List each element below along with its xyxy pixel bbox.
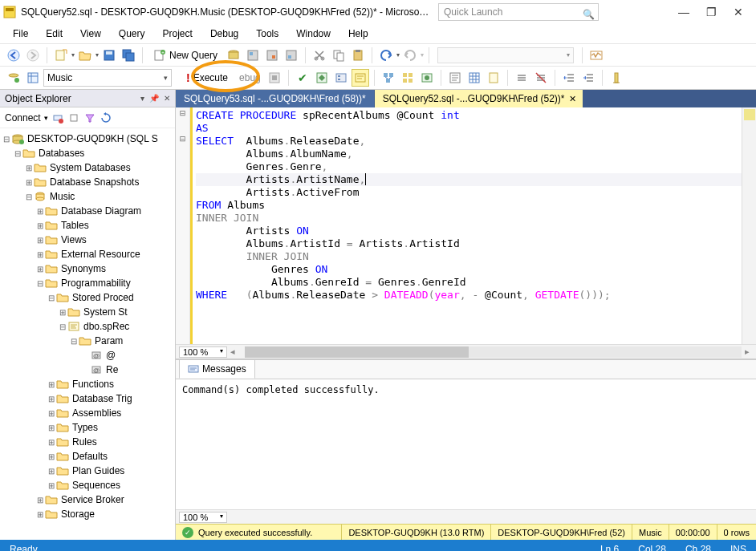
tree-node[interactable]: ⊞Database Diagram — [2, 204, 173, 218]
parse-button[interactable]: ✔ — [294, 69, 311, 87]
tree-expander[interactable]: ⊟ — [69, 337, 79, 346]
new-project-button[interactable] — [52, 47, 70, 64]
tree-node[interactable]: ⊞Database Trig — [2, 391, 173, 406]
menu-item-edit[interactable]: Edit — [38, 25, 71, 43]
tree-expander[interactable]: ⊞ — [47, 452, 56, 461]
results-to-text-icon[interactable] — [446, 69, 464, 87]
tree-node[interactable]: ⊞Functions — [2, 377, 173, 391]
tree-node[interactable]: ⊞Defaults — [2, 449, 173, 464]
tree-node[interactable]: ⊞Rules — [2, 435, 173, 449]
undo-button[interactable] — [377, 47, 395, 64]
intellisense-enabled-icon[interactable] — [352, 69, 369, 87]
activity-monitor-icon[interactable] — [587, 47, 605, 64]
connect-dropdown-icon[interactable]: ▾ — [44, 114, 48, 122]
document-tab[interactable]: SQLQuery53.sql -...GUQD9KH\Fred (58))* — [176, 90, 375, 107]
tree-node[interactable]: @@ — [2, 348, 173, 363]
code-scroll[interactable]: ⊟⊟ CREATE PROCEDURE spRecentAlbums @Coun… — [176, 107, 756, 344]
decrease-indent-icon[interactable] — [560, 69, 578, 87]
vertical-scrollbar[interactable] — [742, 107, 756, 344]
tree-expander[interactable]: ⊞ — [47, 409, 56, 418]
query-options-icon[interactable] — [332, 69, 350, 87]
available-databases-icon[interactable] — [24, 69, 42, 87]
dmx-query-icon[interactable] — [282, 47, 300, 64]
close-panel-icon[interactable]: ✕ — [164, 94, 170, 103]
paste-button[interactable] — [349, 47, 367, 64]
close-button[interactable]: ✕ — [730, 4, 746, 20]
zoom-combo[interactable]: 100 %▾ — [179, 346, 227, 358]
tree-expander[interactable]: ⊞ — [24, 178, 34, 187]
mdx-query-icon[interactable] — [263, 47, 281, 64]
change-connection-icon[interactable] — [5, 69, 22, 87]
tab-close-icon[interactable]: ✕ — [569, 94, 576, 104]
tree-expander[interactable]: ⊞ — [47, 467, 56, 476]
database-engine-query-icon[interactable] — [225, 47, 242, 64]
connect-label[interactable]: Connect — [5, 112, 41, 124]
execute-button[interactable]: ! Execute — [180, 69, 234, 87]
tree-expander[interactable]: ⊞ — [58, 308, 67, 317]
messages-body[interactable]: Command(s) completed successfully. — [176, 379, 756, 509]
tree-expander[interactable]: ⊞ — [47, 395, 56, 403]
back-button[interactable] — [5, 47, 22, 64]
tree-expander[interactable]: ⊟ — [35, 279, 45, 288]
uncomment-icon[interactable] — [532, 69, 550, 87]
redo-button[interactable] — [401, 47, 419, 64]
menu-item-help[interactable]: Help — [340, 25, 376, 43]
horizontal-scrollbar[interactable] — [245, 346, 742, 358]
tree-expander[interactable]: ⊞ — [35, 265, 45, 273]
tree-node[interactable]: ⊞External Resource — [2, 247, 173, 261]
menu-item-query[interactable]: Query — [111, 25, 153, 43]
tree-node[interactable]: ⊞Synonyms — [2, 261, 173, 276]
tree-expander[interactable]: ⊞ — [35, 496, 45, 504]
tree-node[interactable]: ⊟Param — [2, 334, 173, 348]
tree-node[interactable]: @Re — [2, 363, 173, 377]
save-button[interactable] — [100, 47, 118, 64]
analysis-query-icon[interactable] — [244, 47, 262, 64]
results-to-grid-icon[interactable] — [465, 69, 483, 87]
tree-expander[interactable]: ⊞ — [35, 236, 45, 245]
tree-node[interactable]: ⊞Sequences — [2, 478, 173, 492]
tree-expander[interactable]: ⊞ — [47, 423, 56, 432]
tree-expander[interactable]: ⊟ — [58, 322, 67, 331]
tree-node[interactable]: ⊟Programmability — [2, 276, 173, 290]
copy-button[interactable] — [330, 47, 348, 64]
specify-values-icon[interactable] — [608, 69, 625, 87]
restore-button[interactable]: ❐ — [703, 4, 719, 20]
include-client-stats-icon[interactable] — [418, 69, 436, 87]
cancel-query-button[interactable] — [266, 69, 283, 87]
database-combo[interactable]: Music ▾ — [43, 69, 172, 87]
tree-node[interactable]: ⊞Storage — [2, 507, 173, 521]
tree-expander[interactable]: ⊞ — [47, 481, 56, 490]
filter-icon[interactable] — [83, 111, 96, 124]
tree-expander[interactable]: ⊞ — [35, 510, 45, 519]
results-to-file-icon[interactable] — [485, 69, 502, 87]
tree-node[interactable]: ⊞Service Broker — [2, 492, 173, 507]
messages-tab[interactable]: Messages — [179, 359, 255, 379]
tree-node[interactable]: ⊟Databases — [2, 146, 173, 160]
tree-expander[interactable]: ⊞ — [35, 250, 45, 259]
scroll-right-icon[interactable]: ▸ — [742, 346, 753, 357]
include-live-stats-icon[interactable] — [399, 69, 417, 87]
minimize-button[interactable]: — — [676, 4, 692, 20]
tree-node[interactable]: ⊟DESKTOP-GUQD9KH (SQL S — [2, 132, 173, 146]
comment-icon[interactable] — [513, 69, 530, 87]
refresh-icon[interactable] — [100, 111, 112, 124]
tree-node[interactable]: ⊞Database Snapshots — [2, 175, 173, 189]
find-combo[interactable]: ▾ — [437, 47, 574, 63]
tree-expander[interactable]: ⊟ — [2, 135, 11, 144]
dropdown-icon[interactable]: ▾ — [140, 94, 144, 103]
menu-item-view[interactable]: View — [72, 25, 109, 43]
disconnect-icon[interactable] — [51, 111, 64, 124]
tree-node[interactable]: ⊟dbo.spRec — [2, 319, 173, 334]
tree-node[interactable]: ⊟Music — [2, 189, 173, 204]
tree-node[interactable]: ⊞Plan Guides — [2, 464, 173, 478]
tree-node[interactable]: ⊞Types — [2, 420, 173, 435]
tree-node[interactable]: ⊞Tables — [2, 218, 173, 233]
menu-item-project[interactable]: Project — [155, 25, 201, 43]
code-text[interactable]: CREATE PROCEDURE spRecentAlbums @Count i… — [190, 107, 756, 344]
split-handle-icon[interactable] — [744, 109, 755, 120]
display-estimated-plan-icon[interactable] — [313, 69, 331, 87]
increase-indent-icon[interactable] — [579, 69, 597, 87]
stop-icon[interactable] — [67, 111, 80, 124]
tree-expander[interactable]: ⊞ — [35, 207, 45, 216]
tree-node[interactable]: ⊞System St — [2, 305, 173, 319]
